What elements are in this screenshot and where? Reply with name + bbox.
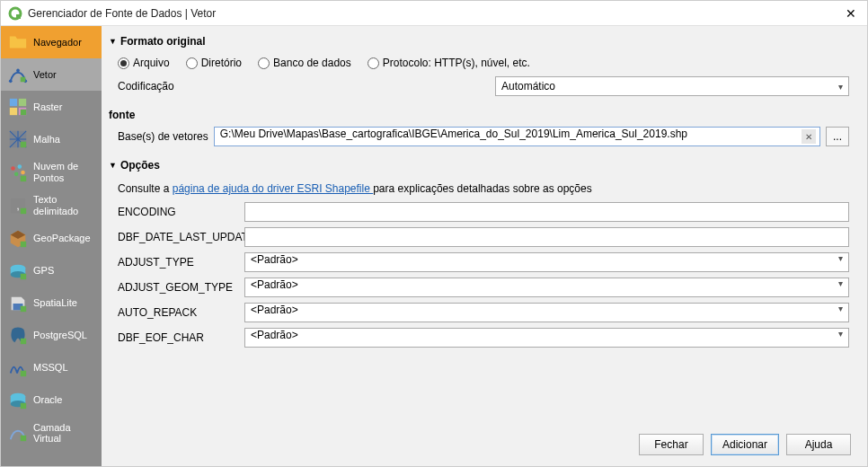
option-select-dbf-eof-char[interactable]: <Padrão> [244, 328, 849, 348]
svg-rect-24 [21, 273, 26, 278]
option-label: ADJUST_TYPE [118, 256, 239, 269]
encoding-select[interactable]: Automático [495, 76, 849, 96]
option-input-dbf-date[interactable] [244, 227, 849, 247]
vector-dataset-input[interactable]: G:\Meu Drive\Mapas\Base_cartografica\IBG… [214, 127, 820, 146]
window-title: Gerenciador de Fonte de Dados | Vetor [28, 7, 842, 20]
close-icon[interactable]: ✕ [842, 6, 860, 21]
add-button[interactable]: Adicionar [711, 434, 779, 455]
radio-label: Protocolo: HTTP(s), núvel, etc. [383, 57, 530, 69]
svg-rect-19 [21, 208, 26, 214]
browse-button[interactable]: ... [826, 127, 849, 146]
sidebar-item-nuvem-pontos[interactable]: Nuvem de Pontos [1, 155, 102, 189]
option-label: ENCODING [118, 206, 239, 218]
sidebar-item-raster[interactable]: Raster [1, 91, 102, 123]
svg-rect-25 [21, 305, 26, 311]
radio-diretorio[interactable]: Diretório [186, 57, 242, 69]
option-label: AUTO_REPACK [118, 306, 239, 319]
sidebar-item-label: MSSQL [33, 362, 68, 374]
option-row-encoding: ENCODING [118, 202, 849, 222]
sidebar-item-label: Nuvem de Pontos [33, 161, 94, 183]
svg-rect-11 [21, 142, 26, 147]
option-label: DBF_DATE_LAST_UPDATE [118, 231, 239, 243]
encoding-value: Automático [501, 80, 555, 93]
sidebar-item-geopackage[interactable]: GeoPackage [1, 223, 102, 255]
section-source-format[interactable]: ▼ Formato original [109, 35, 858, 48]
svg-rect-31 [21, 402, 26, 408]
svg-rect-32 [21, 436, 26, 441]
option-row-adjust-type: ADJUST_TYPE <Padrão> [118, 252, 849, 272]
option-select-auto-repack[interactable]: <Padrão> [244, 303, 849, 322]
mesh-icon [8, 129, 28, 149]
svg-rect-16 [21, 175, 26, 181]
section-label: Opções [120, 159, 160, 172]
sidebar-item-texto-delimitado[interactable]: , Texto delimitado [1, 189, 102, 222]
radio-label: Diretório [201, 57, 242, 69]
radio-arquivo[interactable]: Arquivo [118, 57, 170, 69]
section-label: fonte [109, 109, 135, 121]
vector-dataset-value: G:\Meu Drive\Mapas\Base_cartografica\IBG… [220, 128, 687, 140]
chevron-down-icon: ▼ [109, 37, 117, 46]
option-row-auto-repack: AUTO_REPACK <Padrão> [118, 303, 849, 322]
svg-point-15 [21, 170, 25, 174]
section-options[interactable]: ▼ Opções [109, 159, 858, 172]
sidebar-item-label: PostgreSQL [33, 330, 87, 341]
sidebar-item-navegador[interactable]: Navegador [1, 26, 102, 58]
sidebar-item-gps[interactable]: GPS [1, 255, 102, 287]
option-row-adjust-geom-type: ADJUST_GEOM_TYPE <Padrão> [118, 278, 849, 297]
driver-help-link[interactable]: página de ajuda do driver ESRI Shapefile [173, 182, 373, 195]
sidebar-item-label: Oracle [33, 394, 62, 406]
radio-label: Arquivo [133, 57, 170, 69]
csv-icon: , [8, 196, 28, 216]
sidebar-item-label: Texto delimitado [33, 194, 94, 216]
source-type-row: Arquivo Diretório Banco de dados Protoco… [109, 53, 858, 76]
svg-rect-1 [16, 14, 21, 19]
encoding-row: Codificação Automático [109, 76, 858, 105]
sidebar: Navegador Vetor Raster Malha Nuvem de Po… [1, 26, 102, 466]
sidebar-item-label: GeoPackage [33, 233, 91, 244]
sidebar-item-spatialite[interactable]: SpatiaLite [1, 287, 102, 320]
sidebar-item-label: GPS [33, 265, 54, 277]
clear-icon[interactable]: ✕ [802, 129, 816, 144]
pointcloud-icon [8, 163, 28, 182]
geopackage-icon [8, 229, 28, 249]
help-button[interactable]: Ajuda [786, 434, 851, 455]
oracle-icon [8, 391, 28, 410]
qgis-icon [8, 6, 22, 21]
options-body: Consulte a página de ajuda do driver ESR… [109, 177, 858, 355]
raster-icon [8, 97, 28, 117]
option-select-adjust-type[interactable]: <Padrão> [244, 252, 849, 272]
option-input-encoding[interactable] [244, 202, 849, 222]
close-button[interactable]: Fechar [639, 434, 704, 455]
svg-rect-8 [10, 108, 17, 115]
svg-rect-27 [21, 370, 26, 375]
sidebar-item-camada-virtual[interactable]: Camada Virtual [1, 417, 102, 450]
sidebar-item-vetor[interactable]: Vetor [1, 58, 102, 91]
sidebar-item-malha[interactable]: Malha [1, 123, 102, 155]
sidebar-item-label: SpatiaLite [33, 297, 77, 309]
footer: Fechar Adicionar Ajuda [109, 425, 858, 459]
svg-rect-26 [21, 338, 26, 343]
sidebar-item-label: Malha [33, 134, 60, 145]
option-row-dbf-date: DBF_DATE_LAST_UPDATE [118, 227, 849, 247]
radio-banco-dados[interactable]: Banco de dados [258, 57, 351, 69]
sidebar-item-oracle[interactable]: Oracle [1, 384, 102, 417]
svg-point-13 [18, 164, 22, 169]
svg-point-12 [11, 166, 15, 171]
option-select-adjust-geom-type[interactable]: <Padrão> [244, 278, 849, 297]
svg-rect-7 [19, 99, 26, 106]
radio-label: Banco de dados [273, 57, 351, 69]
sidebar-item-mssql[interactable]: MSSQL [1, 352, 102, 384]
gps-icon [8, 261, 28, 281]
postgresql-icon [8, 326, 28, 346]
radio-protocolo[interactable]: Protocolo: HTTP(s), núvel, etc. [368, 57, 530, 69]
option-row-dbf-eof-char: DBF_EOF_CHAR <Padrão> [118, 328, 849, 348]
sidebar-item-postgresql[interactable]: PostgreSQL [1, 320, 102, 352]
folder-icon [8, 32, 28, 52]
option-label: DBF_EOF_CHAR [118, 331, 239, 344]
sidebar-item-label: Vetor [33, 69, 57, 81]
sidebar-item-label: Camada Virtual [33, 422, 94, 445]
svg-point-2 [9, 80, 13, 84]
sidebar-item-label: Navegador [33, 37, 82, 48]
sidebar-item-label: Raster [33, 101, 62, 113]
vector-icon [8, 65, 28, 84]
